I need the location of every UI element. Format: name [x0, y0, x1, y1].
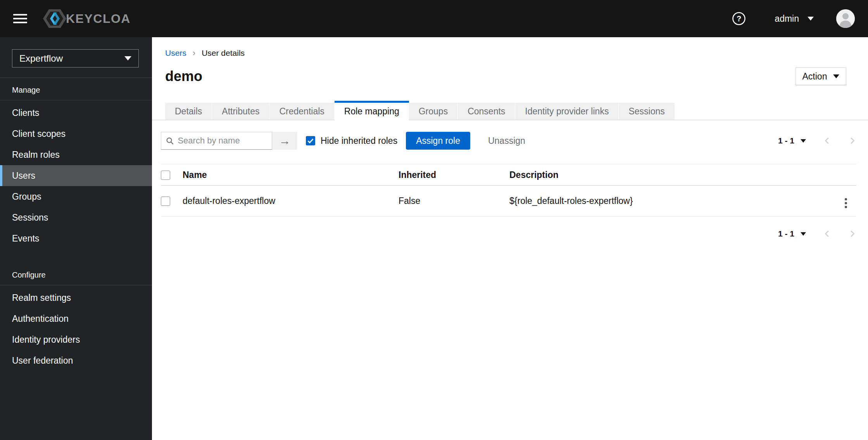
next-page-button[interactable]: [848, 136, 856, 145]
svg-text:?: ?: [737, 14, 741, 23]
breadcrumb-separator-icon: ›: [193, 48, 195, 58]
chevron-down-icon: [124, 56, 131, 60]
tab-identity-provider-links[interactable]: Identity provider links: [515, 103, 619, 120]
table-row: default-roles-expertflow False ${role_de…: [161, 186, 856, 217]
hide-inherited-control: Hide inherited roles: [306, 136, 397, 146]
action-dropdown-button[interactable]: Action: [796, 67, 846, 85]
nav-list-configure: Realm settings Authentication Identity p…: [0, 285, 152, 371]
tabs: Details Attributes Credentials Role mapp…: [152, 101, 868, 120]
pagination-options-caret-icon[interactable]: [801, 139, 806, 143]
table-header-row: Name Inherited Description: [161, 164, 856, 186]
row-select-checkbox[interactable]: [161, 197, 170, 206]
pagination-bottom-wrapper: 1 - 1: [152, 217, 868, 238]
breadcrumb-current: User details: [202, 48, 245, 58]
sidebar-item-client-scopes[interactable]: Client scopes: [0, 123, 152, 144]
previous-page-button[interactable]: [823, 229, 832, 238]
nav-list-manage: Clients Client scopes Realm roles Users …: [0, 100, 152, 249]
hamburger-bar: [13, 18, 27, 19]
chevron-down-icon: [833, 74, 839, 78]
toolbar: → Hide inherited roles Assign role Unass…: [152, 120, 868, 160]
username: admin: [775, 14, 799, 24]
assign-role-button[interactable]: Assign role: [406, 132, 470, 150]
nav-section-configure: Configure: [0, 263, 152, 285]
pagination-nav: [823, 229, 856, 238]
realm-selector-value: Expertflow: [19, 53, 63, 64]
pagination-top: 1 - 1: [778, 136, 856, 145]
page-title: demo: [165, 68, 202, 85]
search-box: [161, 132, 272, 150]
hide-inherited-checkbox[interactable]: [306, 136, 315, 145]
hamburger-bar: [13, 22, 27, 23]
search-group: →: [161, 132, 297, 150]
sidebar-item-groups[interactable]: Groups: [0, 186, 152, 207]
main-content: Users › User details demo Action Details…: [152, 37, 868, 440]
sidebar-item-authentication[interactable]: Authentication: [0, 308, 152, 329]
sidebar-item-sessions[interactable]: Sessions: [0, 207, 152, 228]
sidebar-item-clients[interactable]: Clients: [0, 102, 152, 123]
tab-sessions[interactable]: Sessions: [619, 103, 675, 120]
column-header-name: Name: [176, 164, 392, 186]
column-header-description: Description: [503, 164, 833, 186]
search-input[interactable]: [178, 136, 272, 146]
tab-consents[interactable]: Consents: [458, 103, 515, 120]
column-header-actions: [833, 164, 856, 186]
avatar-icon: [836, 9, 855, 28]
chevron-down-icon: [808, 17, 814, 21]
chevron-right-icon: [848, 136, 856, 145]
search-icon: [166, 136, 174, 145]
sidebar: Expertflow Manage Clients Client scopes …: [0, 37, 152, 440]
chevron-left-icon: [823, 229, 832, 238]
nav-toggle-button[interactable]: [13, 12, 27, 26]
select-all-checkbox[interactable]: [161, 171, 170, 180]
sidebar-item-realm-settings[interactable]: Realm settings: [0, 287, 152, 308]
pagination-range: 1 - 1: [778, 229, 794, 238]
pagination-nav: [823, 136, 856, 145]
sidebar-item-user-federation[interactable]: User federation: [0, 350, 152, 371]
user-dropdown[interactable]: admin: [775, 14, 814, 24]
hamburger-bar: [13, 14, 27, 16]
cell-inherited: False: [392, 186, 503, 217]
role-mapping-table: Name Inherited Description default-roles…: [161, 164, 856, 217]
tab-attributes[interactable]: Attributes: [212, 103, 269, 120]
realm-selector[interactable]: Expertflow: [12, 49, 139, 67]
tab-groups[interactable]: Groups: [409, 103, 458, 120]
keycloak-logo-icon: KEYCLOAK: [42, 8, 131, 29]
chevron-left-icon: [823, 136, 832, 145]
nav-gap: [0, 249, 152, 263]
check-icon: [307, 138, 314, 143]
unassign-button[interactable]: Unassign: [488, 136, 525, 146]
row-kebab-menu[interactable]: [842, 197, 850, 210]
pagination-range: 1 - 1: [778, 136, 794, 145]
sidebar-item-users[interactable]: Users: [0, 165, 152, 186]
hide-inherited-label[interactable]: Hide inherited roles: [321, 136, 397, 146]
breadcrumb: Users › User details: [152, 37, 868, 58]
sidebar-item-events[interactable]: Events: [0, 228, 152, 249]
keycloak-logo[interactable]: KEYCLOAK: [42, 8, 131, 29]
masthead: KEYCLOAK ? admin: [0, 0, 868, 37]
action-dropdown-label: Action: [802, 71, 827, 82]
title-row: demo Action: [152, 58, 868, 85]
search-submit-button[interactable]: →: [272, 132, 297, 150]
cell-description: ${role_default-roles-expertflow}: [503, 186, 833, 217]
help-icon[interactable]: ?: [732, 12, 746, 26]
chevron-right-icon: [848, 229, 856, 238]
brand-text: KEYCLOAK: [66, 12, 131, 26]
cell-role-name: default-roles-expertflow: [176, 186, 392, 217]
pagination-options-caret-icon[interactable]: [801, 232, 806, 236]
tab-details[interactable]: Details: [165, 103, 212, 120]
avatar[interactable]: [836, 9, 855, 28]
sidebar-item-realm-roles[interactable]: Realm roles: [0, 144, 152, 165]
column-header-inherited: Inherited: [392, 164, 503, 186]
previous-page-button[interactable]: [823, 136, 832, 145]
sidebar-item-identity-providers[interactable]: Identity providers: [0, 329, 152, 350]
pagination-bottom: 1 - 1: [778, 229, 856, 238]
tab-credentials[interactable]: Credentials: [269, 103, 334, 120]
next-page-button[interactable]: [848, 229, 856, 238]
nav-section-manage: Manage: [0, 78, 152, 100]
breadcrumb-link-users[interactable]: Users: [165, 48, 186, 58]
tab-role-mapping[interactable]: Role mapping: [335, 101, 409, 120]
masthead-right: ? admin: [732, 9, 868, 28]
